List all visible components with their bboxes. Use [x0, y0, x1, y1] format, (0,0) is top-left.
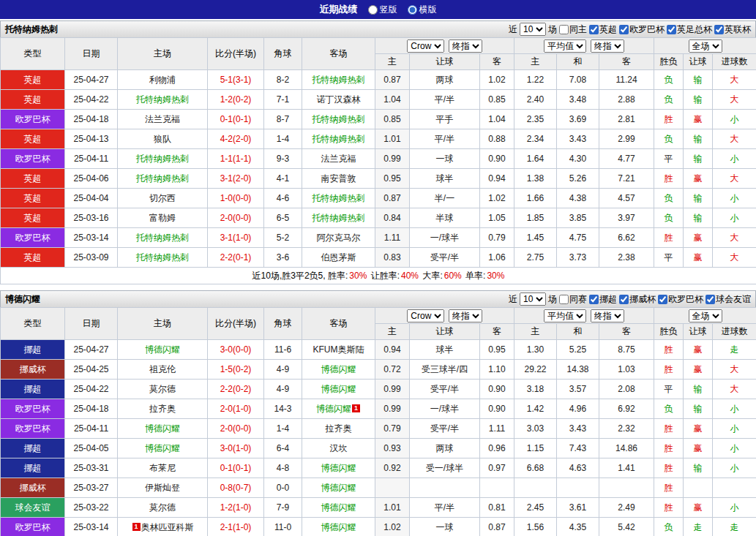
match-score[interactable]: 3-1(1-0): [208, 228, 264, 248]
home-team[interactable]: 托特纳姆热刺: [118, 228, 208, 248]
away-team[interactable]: 拉齐奥: [302, 419, 375, 439]
home-team[interactable]: 托特纳姆热刺: [118, 90, 208, 110]
league-filter-1[interactable]: 欧罗巴杯: [619, 23, 665, 36]
league-checkbox[interactable]: [714, 25, 724, 34]
league-filter-3[interactable]: 球会友谊: [706, 293, 751, 306]
scope-select[interactable]: 全场: [689, 39, 722, 53]
match-score[interactable]: 3-0(1-0): [208, 439, 264, 458]
match-score[interactable]: 1-1(1-1): [208, 149, 264, 169]
away-team[interactable]: 托特纳姆热刺: [302, 129, 375, 149]
home-team[interactable]: 莫尔德: [118, 498, 208, 518]
same-venue-filter[interactable]: 同主: [559, 23, 587, 36]
home-team[interactable]: 狼队: [118, 129, 208, 149]
match-score[interactable]: 2-0(0-0): [208, 208, 264, 228]
away-team[interactable]: 托特纳姆热刺: [302, 189, 375, 208]
match-score[interactable]: 2-2(0-2): [208, 380, 264, 399]
away-team[interactable]: 伯恩茅斯: [302, 248, 375, 268]
league-checkbox[interactable]: [589, 295, 599, 304]
match-score[interactable]: 0-1(0-1): [208, 110, 264, 129]
match-score[interactable]: 2-0(0-0): [208, 419, 264, 439]
home-team[interactable]: 法兰克福: [118, 110, 208, 129]
layout-vertical-option[interactable]: 竖版: [368, 4, 397, 16]
odds-stage-select[interactable]: 终指: [449, 39, 482, 53]
horizontal-radio[interactable]: [408, 5, 417, 15]
away-team[interactable]: 博德闪耀: [302, 360, 375, 380]
vertical-radio[interactable]: [368, 5, 378, 15]
away-team[interactable]: 博德闪耀: [302, 458, 375, 478]
home-team[interactable]: 博德闪耀: [118, 439, 208, 458]
scope-select[interactable]: 全场: [689, 309, 722, 322]
same-venue-filter[interactable]: 同赛: [559, 293, 587, 306]
match-score[interactable]: 0-1(0-1): [208, 458, 264, 478]
league-checkbox[interactable]: [667, 25, 676, 34]
match-count-select[interactable]: 10: [520, 292, 546, 306]
home-team[interactable]: 莫尔德: [118, 380, 208, 399]
avg-stage-select[interactable]: 终指: [591, 309, 624, 322]
league-checkbox[interactable]: [619, 295, 629, 304]
match-row: 欧罗巴杯25-03-14托特纳姆热刺3-1(1-0)5-2阿尔克马尔1.11一/…: [1, 228, 756, 248]
match-score[interactable]: 2-1(1-0): [208, 518, 264, 536]
away-team[interactable]: 博德闪耀: [302, 518, 375, 536]
home-team[interactable]: 富勒姆: [118, 208, 208, 228]
same-venue-checkbox[interactable]: [559, 295, 569, 304]
league-checkbox[interactable]: [658, 295, 667, 304]
away-team[interactable]: 托特纳姆热刺: [302, 208, 375, 228]
match-score[interactable]: 1-0(0-0): [208, 189, 264, 208]
league-checkbox[interactable]: [619, 25, 629, 34]
match-score[interactable]: 3-1(2-0): [208, 169, 264, 189]
home-team[interactable]: 利物浦: [118, 70, 208, 90]
home-team[interactable]: 切尔西: [118, 189, 208, 208]
home-team[interactable]: 1奥林匹亚科斯: [118, 518, 208, 536]
league-checkbox[interactable]: [706, 295, 715, 304]
home-team[interactable]: 博德闪耀: [118, 419, 208, 439]
away-team[interactable]: 法兰克福: [302, 149, 375, 169]
odds-stage-select[interactable]: 终指: [449, 309, 482, 322]
league-type-badge: 欧罗巴杯: [1, 419, 65, 439]
league-filter-3[interactable]: 英联杯: [714, 23, 751, 36]
avg-away-odds: 7.21: [599, 169, 654, 189]
same-venue-checkbox[interactable]: [559, 25, 569, 34]
away-team[interactable]: 南安普敦: [302, 169, 375, 189]
away-team[interactable]: 阿尔克马尔: [302, 228, 375, 248]
match-count-select[interactable]: 10: [520, 23, 546, 36]
avg-stage-select[interactable]: 终指: [591, 39, 624, 53]
match-score[interactable]: 1-2(1-0): [208, 498, 264, 518]
away-team[interactable]: 托特纳姆热刺: [302, 70, 375, 90]
away-team[interactable]: 诺丁汉森林: [302, 90, 375, 110]
away-team[interactable]: 博德闪耀: [302, 498, 375, 518]
league-filter-2[interactable]: 欧罗巴杯: [658, 293, 703, 306]
home-team[interactable]: 博德闪耀: [118, 340, 208, 360]
layout-horizontal-option[interactable]: 横版: [408, 4, 437, 16]
home-team[interactable]: 托特纳姆热刺: [118, 169, 208, 189]
away-team[interactable]: 汉坎: [302, 439, 375, 458]
away-team[interactable]: KFUM奥斯陆: [302, 340, 375, 360]
league-filter-2[interactable]: 英足总杯: [667, 23, 712, 36]
match-score[interactable]: 4-2(2-0): [208, 129, 264, 149]
bookmaker-select[interactable]: Crow: [407, 39, 444, 53]
home-team[interactable]: 拉齐奥: [118, 399, 208, 419]
away-team[interactable]: 托特纳姆热刺: [302, 110, 375, 129]
average-select[interactable]: 平均值: [544, 39, 586, 53]
average-select[interactable]: 平均值: [544, 309, 586, 322]
handicap-home-odds: 0.94: [375, 340, 410, 360]
home-team[interactable]: 托特纳姆热刺: [118, 248, 208, 268]
match-score[interactable]: 2-0(1-0): [208, 399, 264, 419]
home-team[interactable]: 祖克伦: [118, 360, 208, 380]
match-score[interactable]: 5-1(3-1): [208, 70, 264, 90]
away-team[interactable]: 博德闪耀1: [302, 399, 375, 419]
match-score[interactable]: 0-8(0-7): [208, 478, 264, 498]
match-score[interactable]: 1-2(0-2): [208, 90, 264, 110]
league-filter-0[interactable]: 英超: [589, 23, 617, 36]
league-checkbox[interactable]: [589, 25, 599, 34]
home-team[interactable]: 托特纳姆热刺: [118, 149, 208, 169]
league-filter-1[interactable]: 挪威杯: [619, 293, 656, 306]
away-team[interactable]: 博德闪耀: [302, 380, 375, 399]
bookmaker-select[interactable]: Crow: [407, 309, 444, 322]
home-team[interactable]: 布莱尼: [118, 458, 208, 478]
league-filter-0[interactable]: 挪超: [589, 293, 617, 306]
match-score[interactable]: 2-2(0-1): [208, 248, 264, 268]
match-score[interactable]: 3-0(0-0): [208, 340, 264, 360]
match-score[interactable]: 1-5(0-2): [208, 360, 264, 380]
away-team[interactable]: 博德闪耀: [302, 478, 375, 498]
home-team[interactable]: 伊斯灿登: [118, 478, 208, 498]
